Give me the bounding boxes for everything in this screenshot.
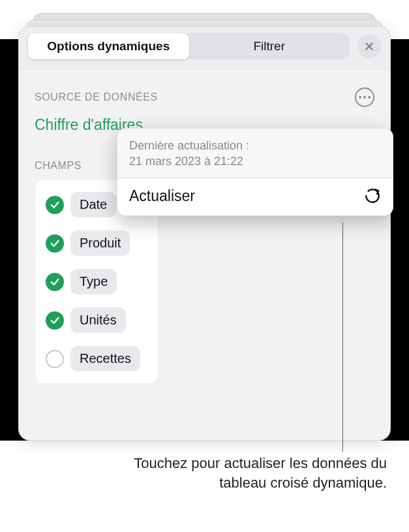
field-chip[interactable]: Type [70,269,117,294]
field-row: Recettes [43,339,150,378]
field-chip[interactable]: Date [70,192,116,217]
checkmark-icon [50,315,60,326]
field-chip[interactable]: Produit [70,230,130,256]
field-row: Unités [43,301,150,339]
tab-filter[interactable]: Filtrer [189,33,350,59]
field-checkbox[interactable] [46,196,64,214]
close-icon [364,41,374,52]
checkmark-icon [50,238,60,249]
last-updated: Dernière actualisation : 21 mars 2023 à … [117,129,393,178]
checkmark-icon [50,277,60,287]
field-chip[interactable]: Recettes [70,346,140,371]
segmented-control: Options dynamiques Filtrer [28,33,350,59]
field-checkbox[interactable] [46,311,64,330]
callout-text: Touchez pour actualiser les données du t… [104,454,387,492]
data-source-title: SOURCE DE DONNÉES [35,91,158,103]
ellipsis-icon [359,96,371,99]
refresh-label: Actualiser [129,187,195,205]
pivot-options-panel: Options dynamiques Filtrer SOURCE DE DON… [18,26,391,441]
field-chip[interactable]: Unités [70,307,126,333]
refresh-popover: Dernière actualisation : 21 mars 2023 à … [117,128,393,216]
panel-header: Options dynamiques Filtrer [19,27,390,69]
last-updated-value: 21 mars 2023 à 21:22 [129,153,381,169]
field-checkbox[interactable] [46,234,64,253]
checkmark-icon [50,200,60,210]
close-button[interactable] [357,35,381,58]
tab-dynamic-options[interactable]: Options dynamiques [28,33,189,59]
field-checkbox[interactable] [46,350,64,368]
refresh-icon [364,187,381,204]
field-row: Type [43,262,150,301]
last-updated-label: Dernière actualisation : [129,138,381,153]
field-row: Produit [43,224,150,262]
callout-leader-line [342,222,343,452]
refresh-button[interactable]: Actualiser [117,178,393,215]
data-source-more-button[interactable] [355,87,374,107]
field-checkbox[interactable] [46,273,64,291]
